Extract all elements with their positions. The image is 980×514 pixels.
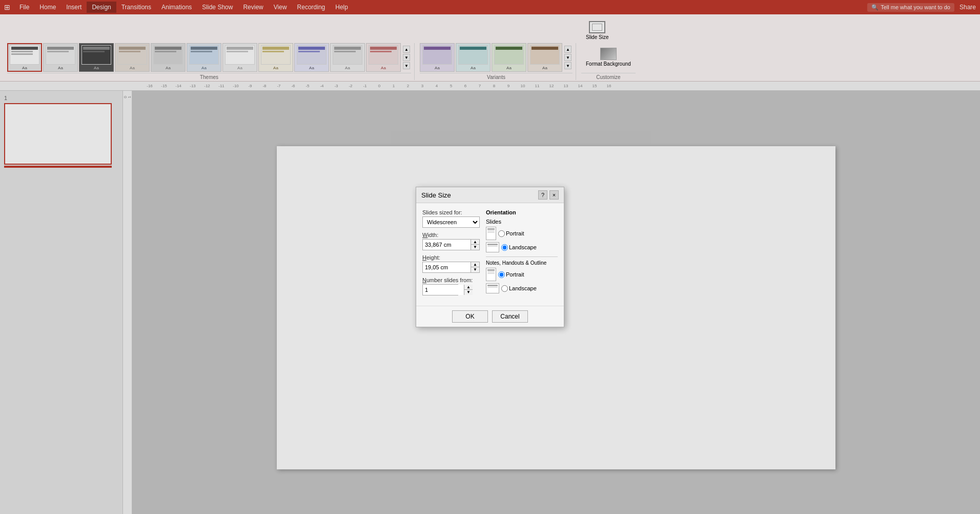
dialog-title: Slide Size <box>421 191 451 199</box>
slides-sized-for-select[interactable]: Widescreen Standard (4:3) Custom Letter … <box>422 216 480 228</box>
notes-portrait-icon <box>486 268 496 281</box>
notes-landscape-icon <box>486 283 499 293</box>
number-slides-from-spin-buttons: ▲ ▼ <box>464 285 473 295</box>
slides-portrait-radio[interactable] <box>498 230 505 237</box>
dialog-titlebar: Slide Size ? × <box>416 187 564 203</box>
slides-landscape-row: Landscape <box>486 242 558 252</box>
notes-landscape-row: Landscape <box>486 283 558 293</box>
height-increment[interactable]: ▲ <box>471 262 479 267</box>
slides-landscape-label[interactable]: Landscape <box>501 244 537 251</box>
slides-orientation-section: Slides Portrait <box>486 219 558 252</box>
height-input-spin: ▲ ▼ <box>422 262 480 273</box>
number-slides-from-spin: ▲ ▼ <box>422 284 458 295</box>
slides-portrait-row: Portrait <box>486 227 558 240</box>
width-input[interactable] <box>423 240 471 250</box>
notes-landscape-radio[interactable] <box>501 285 508 292</box>
number-slides-decrement[interactable]: ▼ <box>464 290 473 295</box>
dialog-left: Slides sized for: Widescreen Standard (4… <box>422 209 480 300</box>
ok-button[interactable]: OK <box>452 310 488 323</box>
number-slides-from-group: Number slides from: ▲ ▼ <box>422 277 480 295</box>
slides-sized-for-group: Slides sized for: Widescreen Standard (4… <box>422 209 480 228</box>
width-input-spin: ▲ ▼ <box>422 239 480 250</box>
dialog-help-button[interactable]: ? <box>538 190 547 200</box>
dialog-right: Orientation Slides Portrait <box>486 209 558 300</box>
orientation-title: Orientation <box>486 209 558 215</box>
dialog-close-button[interactable]: × <box>549 190 559 200</box>
number-slides-increment[interactable]: ▲ <box>464 285 473 290</box>
dialog-overlay: Slide Size ? × Slides sized for: Widescr… <box>0 0 980 514</box>
slides-title: Slides <box>486 219 558 225</box>
slides-portrait-label[interactable]: Portrait <box>498 230 524 237</box>
slides-landscape-radio[interactable] <box>501 244 508 251</box>
height-decrement[interactable]: ▼ <box>471 267 479 272</box>
width-decrement[interactable]: ▼ <box>471 245 479 250</box>
width-label: Width: <box>422 232 480 238</box>
notes-portrait-row: Portrait <box>486 268 558 281</box>
dialog-footer: OK Cancel <box>416 306 564 327</box>
height-input[interactable] <box>423 262 471 272</box>
notes-portrait-label[interactable]: Portrait <box>498 271 524 278</box>
number-slides-from-label: Number slides from: <box>422 277 480 283</box>
number-slides-from-input[interactable] <box>423 285 464 295</box>
notes-handouts-label: Notes, Handouts & Outline <box>486 260 558 266</box>
height-spin-buttons: ▲ ▼ <box>471 262 479 272</box>
dialog-controls: ? × <box>538 190 559 200</box>
notes-portrait-radio[interactable] <box>498 271 505 278</box>
height-group: Height: ▲ ▼ <box>422 254 480 273</box>
width-increment[interactable]: ▲ <box>471 240 479 245</box>
notes-orientation-section: Notes, Handouts & Outline Portrait <box>486 260 558 293</box>
width-spin-buttons: ▲ ▼ <box>471 240 479 250</box>
width-group: Width: ▲ ▼ <box>422 232 480 250</box>
height-label: Height: <box>422 254 480 261</box>
notes-landscape-label[interactable]: Landscape <box>501 285 537 292</box>
portrait-icon <box>486 227 496 240</box>
slide-size-dialog: Slide Size ? × Slides sized for: Widescr… <box>416 187 564 327</box>
slides-sized-for-label: Slides sized for: <box>422 209 480 215</box>
orientation-divider <box>486 256 558 257</box>
dialog-body: Slides sized for: Widescreen Standard (4… <box>416 203 564 306</box>
landscape-icon <box>486 242 499 252</box>
cancel-button[interactable]: Cancel <box>492 310 528 323</box>
